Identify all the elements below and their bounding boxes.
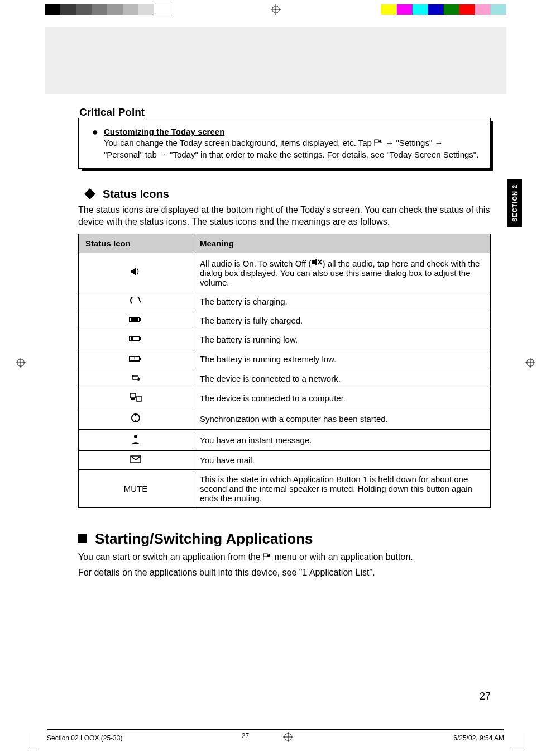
im-icon xyxy=(79,429,193,450)
svg-rect-16 xyxy=(131,398,135,400)
svg-point-13 xyxy=(132,375,134,377)
status-meaning: The device is connected to a computer. xyxy=(193,388,491,408)
svg-rect-15 xyxy=(130,393,136,398)
table-row: All audio is On. To switch Off () all th… xyxy=(79,253,491,292)
color-swatch xyxy=(381,4,397,15)
battery-full-icon xyxy=(79,311,193,330)
color-swatch xyxy=(397,4,413,15)
color-swatch xyxy=(459,4,475,15)
connected-pc-icon xyxy=(79,388,193,408)
color-swatch xyxy=(45,4,60,15)
text-fragment: menu or with an application button. xyxy=(275,552,413,562)
speaker-off-icon xyxy=(312,258,323,268)
crop-mark-icon xyxy=(511,733,523,750)
svg-rect-8 xyxy=(140,337,141,340)
starting-para-2: For details on the applications built in… xyxy=(78,567,491,579)
registration-mark-icon xyxy=(283,732,293,742)
starting-heading: Starting/Switching Applications xyxy=(95,530,313,548)
status-icons-heading: Status Icons xyxy=(103,188,169,201)
bullet-icon: ● xyxy=(92,126,98,137)
battery-very-low-icon: ! xyxy=(79,349,193,369)
status-meaning: The battery is charging. xyxy=(193,292,491,311)
table-row: The battery is charging. xyxy=(79,292,491,311)
status-meaning: You have an instant message. xyxy=(193,429,491,450)
table-row: The battery is fully charged. xyxy=(79,311,491,330)
text-fragment: You can start or switch an application f… xyxy=(78,552,263,562)
status-icons-table: Status Icon Meaning All audio is On. To … xyxy=(78,234,491,508)
speaker-on-icon xyxy=(79,253,193,292)
critical-point-box: ● Customizing the Today screen You can c… xyxy=(78,118,491,169)
color-swatch xyxy=(60,4,76,15)
critical-point-subheading: Customizing the Today screen xyxy=(104,126,480,137)
slug-left: Section 02 LOOX (25-33) xyxy=(47,734,122,742)
status-meaning: The device is connected to a network. xyxy=(193,369,491,388)
mail-icon xyxy=(79,450,193,469)
table-row: Synchronization with a computer has been… xyxy=(79,408,491,429)
color-swatch xyxy=(491,4,506,15)
svg-rect-3 xyxy=(375,140,378,142)
table-row: The battery is running low. xyxy=(79,330,491,349)
status-meaning: Synchronization with a computer has been… xyxy=(193,408,491,429)
table-row: The device is connected to a computer. xyxy=(79,388,491,408)
status-meaning: You have mail. xyxy=(193,450,491,469)
svg-rect-21 xyxy=(263,554,267,557)
start-flag-icon xyxy=(263,552,272,560)
registration-mark-icon xyxy=(525,358,535,368)
color-swatch xyxy=(428,4,444,15)
registration-mark-icon xyxy=(271,4,281,15)
svg-text:!: ! xyxy=(134,356,136,362)
color-swatch xyxy=(76,4,92,15)
text-fragment: You can change the Today screen backgrou… xyxy=(104,138,374,148)
table-row: MUTEThis is the state in which Applicati… xyxy=(79,469,491,507)
start-flag-icon xyxy=(374,139,383,146)
svg-rect-17 xyxy=(137,396,141,401)
svg-rect-6 xyxy=(131,318,138,321)
col-header-icon: Status Icon xyxy=(79,234,193,253)
svg-point-19 xyxy=(134,435,137,438)
table-row: You have an instant message. xyxy=(79,429,491,450)
color-swatch xyxy=(123,4,138,15)
status-icons-intro: The status icons are displayed at the bo… xyxy=(78,204,491,228)
color-swatch xyxy=(475,4,491,15)
header-band xyxy=(45,27,506,94)
print-slug: Section 02 LOOX (25-33) 27 6/25/02, 9:54… xyxy=(47,729,504,744)
svg-rect-9 xyxy=(131,337,133,340)
color-swatch xyxy=(92,4,107,15)
status-meaning: This is the state in which Application B… xyxy=(193,469,491,507)
status-icon-text: MUTE xyxy=(79,469,193,507)
svg-rect-5 xyxy=(140,318,141,321)
slug-right: 6/25/02, 9:54 AM xyxy=(453,734,504,742)
color-swatch xyxy=(107,4,123,15)
color-swatch xyxy=(138,4,154,15)
page-number: 27 xyxy=(480,691,491,702)
critical-point-title: Critical Point xyxy=(78,106,145,118)
svg-rect-11 xyxy=(140,358,141,360)
status-meaning: The battery is running low. xyxy=(193,330,491,349)
color-swatch xyxy=(154,4,170,15)
crop-mark-icon xyxy=(28,733,40,750)
color-swatch xyxy=(413,4,428,15)
table-row: You have mail. xyxy=(79,450,491,469)
color-swatch xyxy=(444,4,459,15)
network-icon xyxy=(79,369,193,388)
col-header-meaning: Meaning xyxy=(193,234,491,253)
slug-page: 27 xyxy=(242,732,249,740)
status-meaning: The battery is running extremely low. xyxy=(193,349,491,369)
square-bullet-icon xyxy=(78,534,87,543)
sync-icon xyxy=(79,408,193,429)
starting-para-1: You can start or switch an application f… xyxy=(78,551,491,563)
table-row: !The battery is running extremely low. xyxy=(79,349,491,369)
status-meaning: All audio is On. To switch Off () all th… xyxy=(193,253,491,292)
printer-color-bar xyxy=(45,3,506,16)
diamond-bullet-icon xyxy=(84,188,95,199)
critical-point-text: You can change the Today screen backgrou… xyxy=(104,138,478,159)
registration-mark-icon xyxy=(16,358,26,368)
battery-low-icon xyxy=(79,330,193,349)
section-tab: SECTION 2 xyxy=(507,179,522,227)
status-meaning: The battery is fully charged. xyxy=(193,311,491,330)
table-row: The device is connected to a network. xyxy=(79,369,491,388)
battery-charging-icon xyxy=(79,292,193,311)
